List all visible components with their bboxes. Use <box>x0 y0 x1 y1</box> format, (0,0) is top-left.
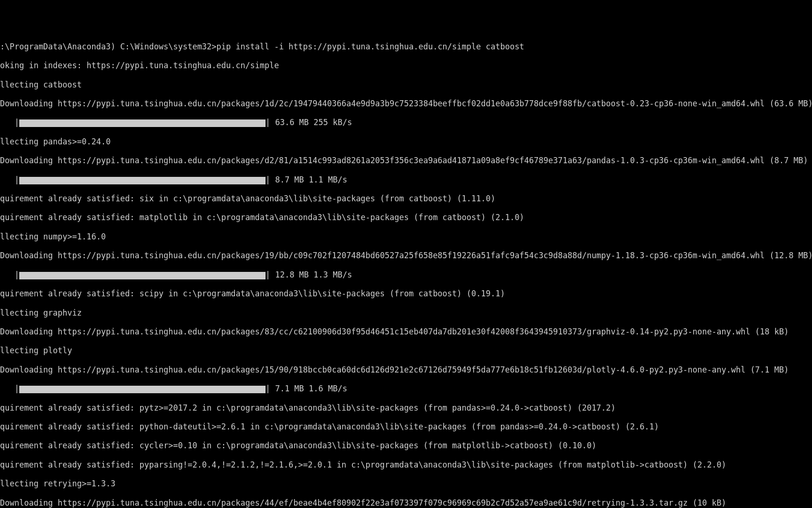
prompt-line: :\ProgramData\Anaconda3) C:\Windows\syst… <box>0 42 812 51</box>
output-line: quirement already satisfied: scipy in c:… <box>0 289 812 298</box>
output-line: llecting graphviz <box>0 308 812 318</box>
progress-info: | 7.1 MB 1.6 MB/s <box>265 384 347 393</box>
progress-bar <box>19 177 265 184</box>
output-line: Downloading https://pypi.tuna.tsinghua.e… <box>0 327 812 336</box>
progress-line: || 12.8 MB 1.3 MB/s <box>0 270 812 279</box>
output-line: quirement already satisfied: pyparsing!=… <box>0 460 812 469</box>
output-line: Downloading https://pypi.tuna.tsinghua.e… <box>0 498 812 508</box>
output-line: llecting retrying>=1.3.3 <box>0 479 812 488</box>
progress-info: | 12.8 MB 1.3 MB/s <box>265 270 352 279</box>
output-line: oking in indexes: https://pypi.tuna.tsin… <box>0 61 812 70</box>
progress-line: || 7.1 MB 1.6 MB/s <box>0 384 812 393</box>
output-line: Downloading https://pypi.tuna.tsinghua.e… <box>0 365 812 374</box>
output-line: quirement already satisfied: six in c:\p… <box>0 194 812 203</box>
progress-bar <box>19 272 265 279</box>
progress-line: || 63.6 MB 255 kB/s <box>0 118 812 127</box>
output-line: quirement already satisfied: matplotlib … <box>0 213 812 222</box>
progress-info: | 8.7 MB 1.1 MB/s <box>265 175 347 184</box>
output-line: quirement already satisfied: pytz>=2017.… <box>0 403 812 413</box>
output-line: Downloading https://pypi.tuna.tsinghua.e… <box>0 251 812 260</box>
output-line: llecting numpy>=1.16.0 <box>0 232 812 241</box>
output-line: Downloading https://pypi.tuna.tsinghua.e… <box>0 99 812 108</box>
env-path: :\ProgramData\Anaconda3) C:\Windows\syst… <box>0 42 217 51</box>
progress-bar <box>19 386 265 393</box>
command-text: pip install -i https://pypi.tuna.tsinghu… <box>217 42 524 51</box>
output-line: llecting pandas>=0.24.0 <box>0 137 812 146</box>
output-line: quirement already satisfied: cycler>=0.1… <box>0 441 812 450</box>
progress-bar <box>19 119 265 127</box>
output-line: Downloading https://pypi.tuna.tsinghua.e… <box>0 156 812 165</box>
progress-line: || 8.7 MB 1.1 MB/s <box>0 175 812 184</box>
output-line: quirement already satisfied: python-date… <box>0 422 812 431</box>
progress-info: | 63.6 MB 255 kB/s <box>265 118 352 127</box>
output-line: llecting plotly <box>0 346 812 355</box>
output-line: llecting catboost <box>0 80 812 89</box>
